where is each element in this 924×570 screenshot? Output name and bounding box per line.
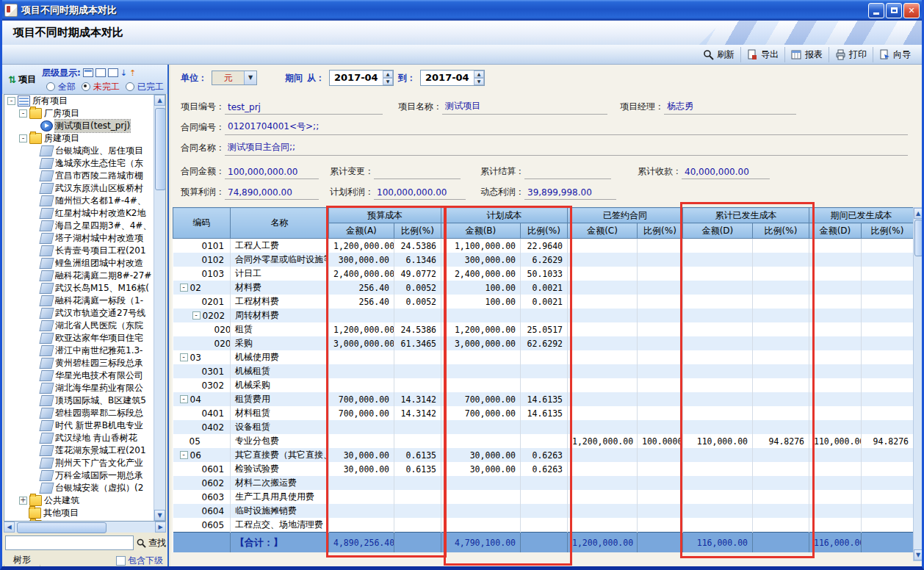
table-row[interactable]: 0301机械租赁	[173, 364, 914, 378]
tree-item[interactable]: 武汉绿地 青山香树花	[4, 432, 165, 444]
scroll-right-button[interactable]: ▶	[155, 522, 166, 533]
tree-item[interactable]: 宜昌市西陵二路城市棚	[4, 170, 165, 182]
include-sub-checkbox[interactable]	[116, 556, 126, 566]
table-row[interactable]: 04租赁费用700,000.0014.3142700,000.0014.6135	[173, 392, 914, 406]
spin-down-icon[interactable]: ▼	[383, 78, 393, 85]
tree-item[interactable]: 公共建筑	[4, 494, 165, 507]
tree-horizontal-scrollbar[interactable]: ◀ ▶	[4, 522, 166, 533]
collapse-icon[interactable]	[180, 284, 188, 292]
tree-item[interactable]: 塔子湖村城中村改造项	[4, 232, 165, 245]
tree-item[interactable]: 长青壹号项目工程(201	[4, 245, 165, 257]
scroll-thumb[interactable]	[914, 220, 923, 256]
search-input[interactable]	[5, 535, 134, 550]
unit-select[interactable]: 元 ▼	[212, 71, 257, 85]
collapse-icon[interactable]	[180, 353, 188, 361]
tree-item[interactable]: 逸城亲水生态住宅（东	[4, 157, 165, 170]
table-row[interactable]: 0103计日工2,400,000.0049.07722,400,000.0050…	[173, 267, 914, 281]
filter-radio-未完工[interactable]	[82, 82, 90, 91]
collapse-icon[interactable]	[192, 311, 201, 320]
period-from-input[interactable]: 2017-04 ▲▼	[329, 70, 394, 86]
tree-vertical-scrollbar[interactable]: ▲ ▼	[154, 95, 165, 521]
toolbar-button-导出[interactable]: 导出	[740, 47, 784, 62]
scroll-down-button[interactable]: ▼	[914, 549, 923, 560]
tab-tree-view[interactable]: 树形	[4, 553, 40, 568]
tree-item[interactable]: 莲花湖东景城工程(201	[4, 444, 165, 457]
scroll-thumb[interactable]	[155, 108, 166, 190]
collapse-icon[interactable]	[180, 451, 188, 459]
chevron-down-icon[interactable]: ▼	[244, 71, 256, 84]
toolbar-button-报表[interactable]: 报表	[784, 47, 829, 62]
collapse-icon[interactable]	[19, 109, 27, 118]
close-button[interactable]: ✕	[903, 3, 920, 18]
table-row[interactable]: 0602材料二次搬运费	[173, 476, 914, 490]
table-row[interactable]: 02材料费256.400.0052100.000.0021	[173, 281, 914, 295]
table-row[interactable]: 0101工程人工费1,200,000.0024.53861,100,000.00…	[173, 239, 914, 253]
collapse-icon[interactable]	[7, 97, 15, 105]
collapse-icon[interactable]	[180, 395, 188, 403]
tree-item[interactable]: 武汉长岛M15、M16栋(	[4, 282, 165, 295]
expand-icon[interactable]	[19, 497, 27, 505]
tree-item[interactable]: 顶琇国际城、B区建筑5	[4, 394, 165, 407]
table-row[interactable]: 05专业分包费1,200,000.00100.0000110,000.0094.…	[173, 434, 914, 448]
table-row[interactable]: 06其它直接费（其它直接、30,000.000.613530,000.000.6…	[173, 448, 914, 462]
tree-item[interactable]: 台银城商业、居住项目	[4, 145, 165, 157]
spin-up-icon[interactable]: ▲	[383, 71, 393, 78]
table-row[interactable]: 0302机械采购	[173, 378, 914, 392]
minimize-button[interactable]	[868, 3, 884, 18]
tree-item[interactable]: 台银城安装（虚拟）(2	[4, 482, 165, 494]
toolbar-button-打印[interactable]: 打印	[829, 47, 873, 62]
table-row[interactable]: 0401材料租赁700,000.0014.3142700,000.0014.61…	[173, 406, 914, 420]
table-vertical-scrollbar[interactable]: ▲ ▼	[913, 207, 923, 561]
tree-item[interactable]: 欧亚达家年华项目住宅	[4, 332, 165, 344]
table-row[interactable]: 0202周转材料费	[173, 309, 914, 322]
spin-down-icon[interactable]: ▼	[474, 78, 484, 85]
scroll-left-button[interactable]: ◀	[4, 522, 15, 533]
scroll-thumb[interactable]	[17, 522, 107, 533]
tree-item[interactable]: 潜江中南世纪雅苑1.3-	[4, 344, 165, 357]
find-button[interactable]: 查找	[137, 537, 166, 549]
table-row[interactable]: 020租赁1,200,000.0024.53861,200,000.0025.0…	[173, 322, 914, 336]
tree-item[interactable]: 所有项目	[4, 95, 165, 107]
toolbar-button-向导[interactable]: 向导	[873, 47, 917, 62]
tree-item[interactable]: 湖北省人民医院（东院	[4, 320, 165, 332]
tree-item[interactable]: 厂房项目	[4, 107, 165, 120]
tree-item[interactable]: 鲤鱼洲组团城中村改造	[4, 257, 165, 270]
scroll-up-button[interactable]: ▲	[914, 208, 923, 219]
tree-item[interactable]: 海昌之星四期3#、4#、	[4, 220, 165, 232]
tree-item[interactable]: 武汉东原洪山区板桥村	[4, 182, 165, 195]
table-row[interactable]: 0402设备租赁	[173, 420, 914, 434]
scroll-up-button[interactable]: ▲	[154, 95, 165, 106]
toolbar-button-刷新[interactable]: 刷新	[697, 47, 740, 62]
table-row[interactable]: 0605工程点交、场地清理费	[173, 518, 914, 533]
display-card-icon[interactable]	[83, 68, 93, 77]
tree-item[interactable]: 湖北海华星药业有限公	[4, 382, 165, 394]
period-to-input[interactable]: 2017-04 ▲▼	[420, 70, 485, 86]
refresh-tree-icon[interactable]: ⇅	[8, 74, 16, 85]
table-row[interactable]: 0603生产工具用具使用费	[173, 490, 914, 504]
table-row[interactable]: 020采购3,000,000.0061.34653,000,000.0062.6…	[173, 336, 914, 350]
table-row[interactable]: 0604临时设施摊销费	[173, 504, 914, 518]
sort-asc-icon[interactable]: ⇡	[129, 69, 136, 77]
filter-radio-全部[interactable]	[46, 82, 55, 91]
display-grid-icon[interactable]	[108, 68, 118, 77]
tree-item[interactable]: 武汉市轨道交通27号线	[4, 307, 165, 320]
tree-item[interactable]: 时代 新世界B机电专业	[4, 419, 165, 432]
tree-item[interactable]: 随州恒大名都1#-4#、	[4, 195, 165, 207]
tree-item[interactable]: 华星光电技术有限公司	[4, 369, 165, 382]
tree-item[interactable]: 融科花满庭一标段（1-	[4, 295, 165, 307]
tree-item[interactable]: 融科花满庭二期8#-27#	[4, 270, 165, 282]
tree-item[interactable]: 万科金域国际一期总承	[4, 469, 165, 482]
tree-item[interactable]: 碧桂园翡翠郡二标段总	[4, 407, 165, 419]
filter-radio-已完工[interactable]	[126, 82, 134, 91]
spin-up-icon[interactable]: ▲	[474, 71, 484, 78]
table-row[interactable]: 0102合同外零星或临时设施等300,000.006.1346300,000.0…	[173, 253, 914, 267]
table-row[interactable]: 0601检验试验费30,000.000.613530,000.000.6263	[173, 462, 914, 476]
sort-desc-icon[interactable]: ⇣	[120, 69, 127, 77]
table-row[interactable]: 03机械使用费	[173, 350, 914, 364]
scroll-down-button[interactable]: ▼	[154, 510, 165, 521]
tree-item[interactable]: 其他项目	[4, 507, 165, 519]
tree-item[interactable]: 荆州天下广告文化产业	[4, 457, 165, 469]
collapse-icon[interactable]	[19, 134, 27, 142]
tree-item[interactable]: 黄州碧桂园三标段总承	[4, 357, 165, 369]
maximize-button[interactable]	[886, 3, 902, 18]
